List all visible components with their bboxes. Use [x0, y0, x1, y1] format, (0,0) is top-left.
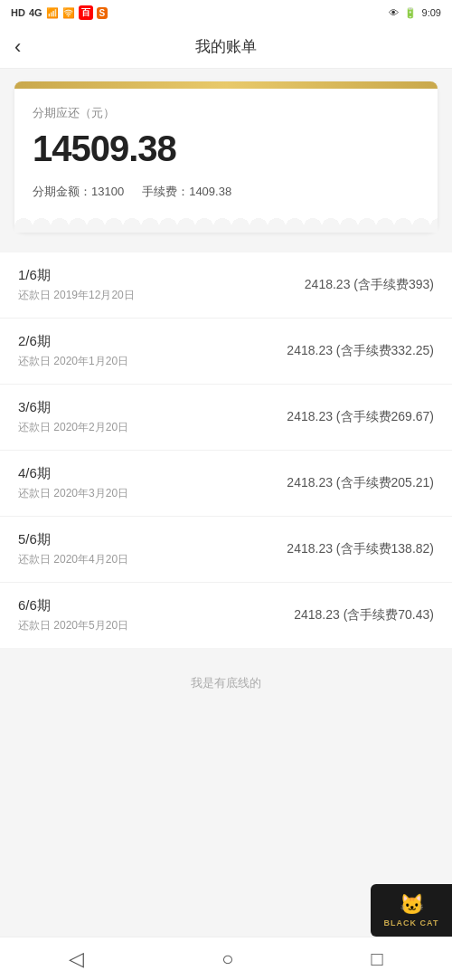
summary-card: 分期应还（元） 14509.38 分期金额：13100 手续费：1409.38 [14, 81, 438, 233]
battery-icon: 🔋 [404, 7, 417, 19]
item-left-4: 5/6期 还款日 2020年4月20日 [18, 531, 128, 567]
item-left-5: 6/6期 还款日 2020年5月20日 [18, 597, 128, 633]
footer-text: 我是有底线的 [0, 659, 452, 702]
installment-item: 3/6期 还款日 2020年2月20日 2418.23 (含手续费269.67) [0, 385, 452, 451]
item-date-1: 还款日 2020年1月20日 [18, 354, 128, 369]
item-period-0: 1/6期 [18, 267, 135, 284]
installment-item: 5/6期 还款日 2020年4月20日 2418.23 (含手续费138.82) [0, 517, 452, 583]
app-badge: 百 [79, 5, 93, 20]
black-cat-label: BLACK CAT [384, 918, 439, 928]
back-nav-button[interactable]: ◁ [69, 947, 84, 971]
separator [0, 245, 452, 252]
item-date-2: 还款日 2020年2月20日 [18, 420, 128, 435]
principal-detail: 分期金额：13100 [33, 184, 124, 200]
signal-4g: 4G [29, 7, 42, 18]
card-label: 分期应还（元） [33, 105, 419, 121]
wifi-icon: 🛜 [62, 7, 75, 19]
status-bar: HD 4G 📶 🛜 百 S 👁 🔋 9:09 [0, 0, 452, 25]
item-left-1: 2/6期 还款日 2020年1月20日 [18, 333, 128, 369]
item-left-0: 1/6期 还款日 2019年12月20日 [18, 267, 135, 303]
time-label: 9:09 [422, 7, 441, 18]
black-cat-watermark: 🐱 BLACK CAT [371, 884, 452, 937]
item-left-2: 3/6期 还款日 2020年2月20日 [18, 399, 128, 435]
item-period-5: 6/6期 [18, 597, 128, 614]
eye-icon: 👁 [389, 7, 399, 18]
back-button[interactable]: ‹ [14, 35, 21, 59]
item-amount-5: 2418.23 (含手续费70.43) [294, 607, 434, 623]
card-stripe [14, 81, 438, 89]
signal-bars: 📶 [46, 7, 59, 19]
status-left: HD 4G 📶 🛜 百 S [11, 5, 108, 20]
home-nav-button[interactable]: ○ [221, 947, 233, 971]
installment-item: 4/6期 还款日 2020年3月20日 2418.23 (含手续费205.21) [0, 451, 452, 517]
installment-item: 2/6期 还款日 2020年1月20日 2418.23 (含手续费332.25) [0, 319, 452, 385]
carrier-label: HD [11, 7, 25, 18]
item-date-3: 还款日 2020年3月20日 [18, 486, 128, 501]
item-date-4: 还款日 2020年4月20日 [18, 552, 128, 567]
installment-list: 1/6期 还款日 2019年12月20日 2418.23 (含手续费393) 2… [0, 252, 452, 648]
installment-item: 1/6期 还款日 2019年12月20日 2418.23 (含手续费393) [0, 252, 452, 319]
status-right: 👁 🔋 9:09 [389, 7, 441, 19]
item-period-4: 5/6期 [18, 531, 128, 548]
fee-detail: 手续费：1409.38 [142, 184, 231, 200]
item-amount-3: 2418.23 (含手续费205.21) [287, 475, 434, 491]
card-body: 分期应还（元） 14509.38 分期金额：13100 手续费：1409.38 [14, 89, 438, 218]
item-date-5: 还款日 2020年5月20日 [18, 618, 128, 633]
card-details: 分期金额：13100 手续费：1409.38 [33, 184, 419, 200]
recent-nav-button[interactable]: □ [372, 947, 383, 971]
item-amount-2: 2418.23 (含手续费269.67) [287, 409, 434, 425]
item-amount-0: 2418.23 (含手续费393) [305, 277, 434, 293]
cat-icon: 🐱 [400, 893, 424, 917]
item-date-0: 还款日 2019年12月20日 [18, 288, 135, 303]
item-left-3: 4/6期 还款日 2020年3月20日 [18, 465, 128, 501]
item-amount-4: 2418.23 (含手续费138.82) [287, 541, 434, 557]
item-amount-1: 2418.23 (含手续费332.25) [287, 343, 434, 359]
item-period-2: 3/6期 [18, 399, 128, 416]
total-amount: 14509.38 [33, 128, 419, 169]
item-period-1: 2/6期 [18, 333, 128, 350]
installment-item: 6/6期 还款日 2020年5月20日 2418.23 (含手续费70.43) [0, 583, 452, 648]
extra-badge: S [97, 7, 108, 19]
nav-bar: ‹ 我的账单 [0, 25, 452, 69]
bottom-nav: ◁ ○ □ [0, 937, 452, 980]
card-zigzag [14, 218, 438, 233]
page-title: 我的账单 [195, 36, 257, 57]
item-period-3: 4/6期 [18, 465, 128, 482]
